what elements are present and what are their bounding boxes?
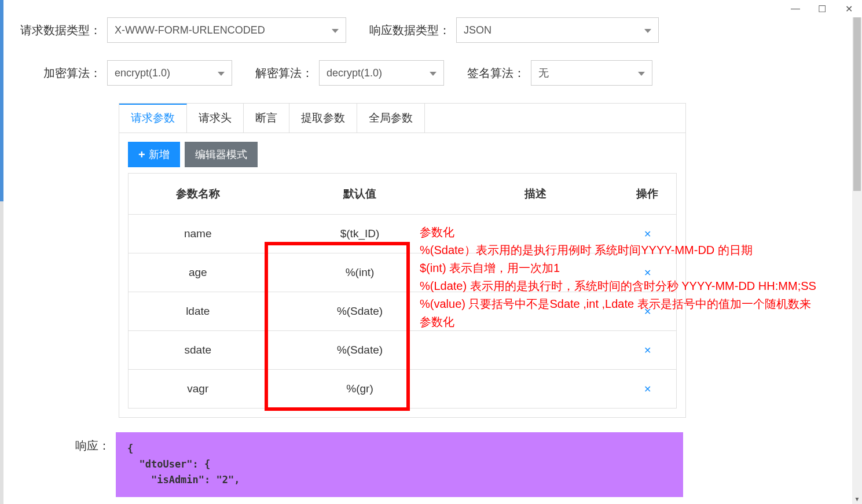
plus-icon: + bbox=[138, 148, 145, 161]
annotation-line-3: %(Ldate) 表示用的是执行时，系统时间的含时分秒 YYYY-MM-DD H… bbox=[420, 277, 819, 295]
window-titlebar: — ☐ ✕ bbox=[782, 0, 862, 17]
cell-description[interactable] bbox=[453, 331, 619, 370]
decrypt-label: 解密算法： bbox=[255, 65, 313, 81]
tab-assertions[interactable]: 断言 bbox=[244, 104, 289, 133]
editor-mode-button[interactable]: 编辑器模式 bbox=[185, 142, 258, 167]
cell-action: ✕ bbox=[619, 331, 677, 370]
tabs-container: 请求参数 请求头 断言 提取参数 全局参数 bbox=[119, 103, 686, 133]
annotation-text: 参数化 %(Sdate）表示用的是执行用例时 系统时间YYYY-MM-DD 的日… bbox=[420, 223, 819, 331]
cell-param-name[interactable]: ldate bbox=[129, 292, 267, 331]
close-icon: ✕ bbox=[845, 3, 853, 14]
cell-param-name[interactable]: sdate bbox=[129, 331, 267, 370]
annotation-title: 参数化 bbox=[420, 223, 819, 241]
cell-default-value[interactable]: %(Sdate) bbox=[267, 331, 453, 370]
cell-description[interactable] bbox=[453, 370, 619, 409]
header-param-name: 参数名称 bbox=[129, 174, 267, 215]
cell-default-value[interactable]: %(gr) bbox=[267, 370, 453, 409]
maximize-button[interactable]: ☐ bbox=[809, 0, 835, 17]
minimize-button[interactable]: — bbox=[782, 0, 809, 17]
maximize-icon: ☐ bbox=[818, 3, 826, 14]
request-data-type-select[interactable]: X-WWW-FORM-URLENCODED bbox=[107, 17, 346, 43]
delete-row-icon[interactable]: ✕ bbox=[644, 384, 651, 394]
table-row: vagr%(gr)✕ bbox=[129, 370, 677, 409]
response-data-type-select[interactable]: JSON bbox=[456, 17, 659, 43]
tab-extract-params[interactable]: 提取参数 bbox=[289, 104, 357, 133]
vertical-scrollbar[interactable]: ▲ ▼ bbox=[852, 17, 862, 504]
cell-param-name[interactable]: name bbox=[129, 215, 267, 253]
sign-value: 无 bbox=[538, 66, 549, 80]
decrypt-select[interactable]: decrypt(1.0) bbox=[319, 60, 444, 86]
left-edge-decoration bbox=[0, 0, 3, 504]
add-button[interactable]: + 新增 bbox=[128, 142, 180, 167]
tab-request-params[interactable]: 请求参数 bbox=[119, 104, 187, 133]
request-data-type-label: 请求数据类型： bbox=[20, 23, 101, 38]
request-data-type-value: X-WWW-FORM-URLENCODED bbox=[115, 24, 265, 36]
header-action: 操作 bbox=[619, 174, 677, 215]
close-button[interactable]: ✕ bbox=[835, 0, 862, 17]
response-data-type-value: JSON bbox=[464, 24, 491, 36]
cell-param-name[interactable]: vagr bbox=[129, 370, 267, 409]
response-data-type-label: 响应数据类型： bbox=[369, 23, 450, 38]
delete-row-icon[interactable]: ✕ bbox=[644, 345, 651, 355]
annotation-line-4: %(value) 只要括号中不是Sdate ,int ,Ldate 表示是括号中… bbox=[420, 295, 819, 331]
sign-label: 签名算法： bbox=[467, 65, 525, 81]
tab-request-headers[interactable]: 请求头 bbox=[187, 104, 244, 133]
cell-param-name[interactable]: age bbox=[129, 253, 267, 292]
scrollbar-down-arrow-icon[interactable]: ▼ bbox=[852, 494, 862, 504]
header-description: 描述 bbox=[453, 174, 619, 215]
tab-global-params[interactable]: 全局参数 bbox=[357, 104, 425, 133]
annotation-line-2: $(int) 表示自增，用一次加1 bbox=[420, 259, 819, 277]
response-body: { "dtoUser": { "isAdmin": "2", bbox=[116, 432, 683, 497]
editor-mode-label: 编辑器模式 bbox=[195, 148, 247, 161]
cell-action: ✕ bbox=[619, 370, 677, 409]
add-button-label: 新增 bbox=[149, 148, 170, 161]
sign-select[interactable]: 无 bbox=[531, 60, 652, 86]
minimize-icon: — bbox=[791, 3, 800, 14]
decrypt-value: decrypt(1.0) bbox=[327, 67, 382, 79]
encrypt-value: encrypt(1.0) bbox=[115, 67, 170, 79]
annotation-line-1: %(Sdate）表示用的是执行用例时 系统时间YYYY-MM-DD 的日期 bbox=[420, 241, 819, 259]
response-label: 响应： bbox=[75, 432, 110, 497]
header-default-value: 默认值 bbox=[267, 174, 453, 215]
encrypt-label: 加密算法： bbox=[43, 65, 101, 81]
encrypt-select[interactable]: encrypt(1.0) bbox=[107, 60, 232, 86]
scrollbar-thumb[interactable] bbox=[853, 17, 861, 191]
table-row: sdate%(Sdate)✕ bbox=[129, 331, 677, 370]
